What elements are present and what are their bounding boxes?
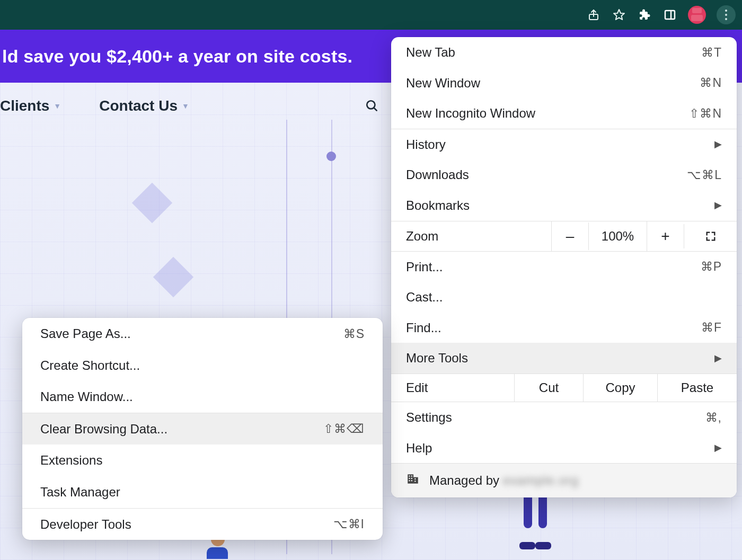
- share-icon[interactable]: [586, 7, 601, 22]
- edit-copy-button[interactable]: Copy: [583, 374, 657, 402]
- menu-print[interactable]: Print... ⌘P: [391, 252, 737, 282]
- menu-history[interactable]: History ▶: [391, 129, 737, 160]
- zoom-in-button[interactable]: +: [647, 221, 684, 251]
- svg-rect-14: [414, 478, 416, 479]
- decorative-shape: [153, 257, 193, 297]
- managed-org-name: example.org: [503, 473, 579, 487]
- menu-find[interactable]: Find... ⌘F: [391, 313, 737, 343]
- menu-label: Clear Browsing Data...: [40, 420, 167, 438]
- menu-label: Settings: [406, 408, 452, 426]
- menu-edit-row: Edit Cut Copy Paste: [391, 374, 737, 402]
- decorative-dot: [326, 152, 336, 161]
- menu-label: Bookmarks: [406, 197, 470, 215]
- submenu-extensions[interactable]: Extensions: [22, 445, 383, 476]
- side-panel-icon[interactable]: [662, 7, 677, 22]
- menu-shortcut: ⌘P: [701, 258, 722, 275]
- nav-item-clients[interactable]: Clients ▼: [0, 97, 61, 114]
- menu-shortcut: ⇧⌘N: [689, 105, 722, 122]
- submenu-name-window[interactable]: Name Window...: [22, 381, 383, 413]
- menu-label: More Tools: [406, 349, 468, 367]
- zoom-out-button[interactable]: –: [551, 221, 588, 251]
- svg-rect-6: [408, 474, 413, 483]
- more-tools-submenu: Save Page As... ⌘S Create Shortcut... Na…: [22, 318, 383, 540]
- managed-prefix: Managed by: [429, 473, 503, 487]
- menu-label: Create Shortcut...: [40, 357, 140, 375]
- menu-label: Task Manager: [40, 483, 120, 501]
- browser-toolbar: [0, 0, 742, 30]
- menu-help[interactable]: Help ▶: [391, 433, 737, 464]
- organization-icon: [406, 472, 420, 489]
- svg-rect-11: [411, 478, 412, 479]
- submenu-clear-browsing-data[interactable]: Clear Browsing Data... ⇧⌘⌫: [22, 413, 383, 445]
- menu-shortcut: ⌘S: [343, 325, 365, 342]
- menu-shortcut: ⇧⌘⌫: [323, 420, 365, 437]
- zoom-value: 100%: [588, 223, 647, 250]
- decorative-shape: [132, 183, 172, 223]
- edit-paste-button[interactable]: Paste: [657, 374, 737, 402]
- search-icon[interactable]: [365, 99, 379, 113]
- extensions-puzzle-icon[interactable]: [637, 7, 652, 22]
- menu-new-tab[interactable]: New Tab ⌘T: [391, 37, 737, 68]
- menu-zoom-row: Zoom – 100% +: [391, 221, 737, 252]
- menu-shortcut: ⌥⌘L: [687, 166, 722, 183]
- svg-marker-1: [614, 10, 624, 20]
- chevron-down-icon: ▼: [54, 102, 61, 110]
- menu-label: History: [406, 136, 446, 154]
- submenu-developer-tools[interactable]: Developer Tools ⌥⌘I: [22, 509, 383, 540]
- menu-label: Downloads: [406, 166, 469, 184]
- nav-label: Contact Us: [99, 97, 178, 114]
- menu-label: Name Window...: [40, 388, 133, 406]
- menu-label: Print...: [406, 258, 443, 276]
- edit-cut-button[interactable]: Cut: [514, 374, 583, 402]
- menu-more-tools[interactable]: More Tools ▶: [391, 343, 737, 374]
- menu-shortcut: ⌘N: [700, 74, 722, 91]
- menu-label: New Window: [406, 74, 480, 92]
- submenu-create-shortcut[interactable]: Create Shortcut...: [22, 350, 383, 381]
- menu-managed-by[interactable]: Managed by example.org: [391, 463, 737, 497]
- svg-rect-15: [414, 481, 416, 482]
- browser-main-menu: New Tab ⌘T New Window ⌘N New Incognito W…: [391, 37, 737, 497]
- submenu-task-manager[interactable]: Task Manager: [22, 476, 383, 508]
- menu-label: Developer Tools: [40, 515, 131, 534]
- profile-avatar-icon[interactable]: [688, 6, 706, 24]
- svg-rect-2: [665, 11, 675, 19]
- svg-line-5: [374, 108, 376, 110]
- nav-item-contact[interactable]: Contact Us ▼: [99, 97, 189, 114]
- zoom-label: Zoom: [391, 223, 551, 250]
- menu-bookmarks[interactable]: Bookmarks ▶: [391, 190, 737, 221]
- chevron-right-icon: ▶: [714, 441, 722, 455]
- menu-cast[interactable]: Cast...: [391, 282, 737, 313]
- chevron-right-icon: ▶: [714, 352, 722, 365]
- nav-label: Clients: [0, 97, 49, 114]
- svg-rect-9: [411, 476, 412, 477]
- svg-rect-12: [409, 480, 410, 481]
- svg-rect-10: [409, 478, 410, 479]
- chevron-down-icon: ▼: [182, 102, 189, 110]
- menu-new-window[interactable]: New Window ⌘N: [391, 68, 737, 99]
- menu-shortcut: ⌘F: [701, 319, 722, 336]
- menu-label: Find...: [406, 319, 441, 337]
- menu-settings[interactable]: Settings ⌘,: [391, 402, 737, 433]
- menu-shortcut: ⌥⌘I: [333, 515, 365, 532]
- svg-rect-7: [413, 477, 418, 484]
- menu-label: New Incognito Window: [406, 104, 535, 122]
- menu-new-incognito[interactable]: New Incognito Window ⇧⌘N: [391, 98, 737, 129]
- menu-label: Cast...: [406, 288, 443, 306]
- submenu-save-page[interactable]: Save Page As... ⌘S: [22, 318, 383, 350]
- promo-banner-text: ld save you $2,400+ a year on site costs…: [2, 46, 352, 67]
- chevron-right-icon: ▶: [714, 138, 722, 151]
- chevron-right-icon: ▶: [714, 199, 722, 212]
- menu-label: Help: [406, 439, 432, 457]
- menu-downloads[interactable]: Downloads ⌥⌘L: [391, 159, 737, 190]
- menu-shortcut: ⌘T: [701, 44, 722, 61]
- edit-label: Edit: [391, 374, 514, 402]
- menu-label: Save Page As...: [40, 325, 131, 343]
- fullscreen-icon[interactable]: [684, 224, 737, 248]
- menu-shortcut: ⌘,: [705, 409, 722, 426]
- svg-rect-13: [411, 480, 412, 481]
- kebab-menu-icon[interactable]: [717, 5, 736, 24]
- svg-rect-8: [409, 476, 410, 477]
- menu-label: New Tab: [406, 43, 455, 61]
- bookmark-star-icon[interactable]: [612, 7, 626, 22]
- menu-label: Extensions: [40, 451, 102, 469]
